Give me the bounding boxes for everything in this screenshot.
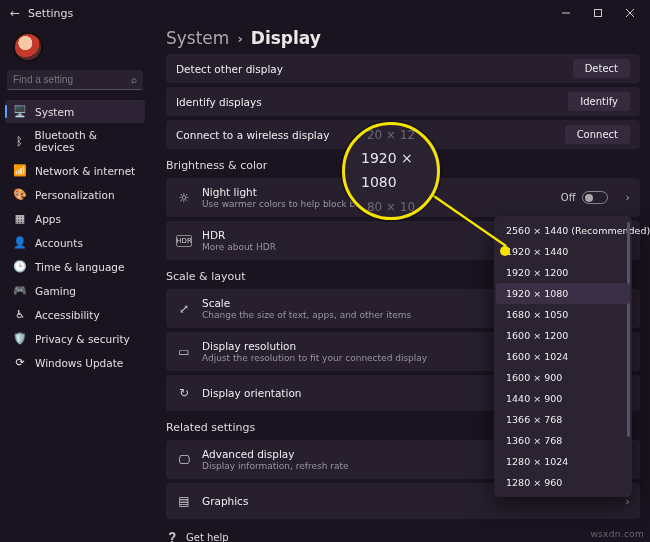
sidebar-item-time-language[interactable]: 🕒Time & language <box>5 255 145 278</box>
sidebar-item-accessibility[interactable]: ♿Accessibility <box>5 303 145 326</box>
nav-label: Time & language <box>35 261 124 273</box>
orientation-icon: ↻ <box>176 386 192 400</box>
resolution-option[interactable]: 1280 × 960 <box>496 472 630 493</box>
nav-label: Accounts <box>35 237 83 249</box>
row-title: Connect to a wireless display <box>176 129 555 141</box>
maximize-button[interactable] <box>582 1 614 25</box>
nav-icon: 👤 <box>13 236 27 249</box>
display-action-row: Connect to a wireless displayConnect <box>166 120 640 149</box>
nav-label: Privacy & security <box>35 333 130 345</box>
detect-button[interactable]: Detect <box>573 59 630 78</box>
get-help-label: Get help <box>186 532 229 542</box>
resolution-option[interactable]: 1600 × 1200 <box>496 325 630 346</box>
help-icon: ❔ <box>166 532 178 542</box>
night-light-row[interactable]: ☼ Night light Use warmer colors to help … <box>166 178 640 217</box>
resolution-option[interactable]: 1600 × 1024 <box>496 346 630 367</box>
identify-button[interactable]: Identify <box>568 92 630 111</box>
sidebar-item-accounts[interactable]: 👤Accounts <box>5 231 145 254</box>
display-action-row: Detect other displayDetect <box>166 54 640 83</box>
search-input[interactable] <box>13 74 113 85</box>
minimize-button[interactable] <box>550 1 582 25</box>
sidebar-item-network-internet[interactable]: 📶Network & internet <box>5 159 145 182</box>
sidebar-item-personalization[interactable]: 🎨Personalization <box>5 183 145 206</box>
nav-icon: 📶 <box>13 164 27 177</box>
nav-label: Bluetooth & devices <box>35 129 137 153</box>
nav-label: Network & internet <box>35 165 135 177</box>
toggle-label: Off <box>561 192 576 203</box>
graphics-icon: ▤ <box>176 494 192 508</box>
watermark: wsxdn.com <box>590 529 644 539</box>
avatar[interactable] <box>13 32 43 62</box>
main-content: System › Display Detect other displayDet… <box>150 26 650 542</box>
sidebar-item-privacy-security[interactable]: 🛡️Privacy & security <box>5 327 145 350</box>
resolution-option[interactable]: 1360 × 768 <box>496 430 630 451</box>
scale-icon: ⤢ <box>176 302 192 316</box>
nav-icon: ▦ <box>13 212 27 225</box>
monitor-icon: 🖵 <box>176 453 192 467</box>
night-light-toggle[interactable]: Off <box>561 191 608 204</box>
window-title: Settings <box>28 7 73 20</box>
row-title: Detect other display <box>176 63 563 75</box>
resolution-option[interactable]: 1920 × 1080 <box>496 283 630 304</box>
hdr-icon: HDR <box>176 235 192 247</box>
night-light-icon: ☼ <box>176 191 192 205</box>
chevron-right-icon: › <box>237 31 242 46</box>
resolution-icon: ▭ <box>176 345 192 359</box>
row-title: Identify displays <box>176 96 558 108</box>
sidebar: ⌕ 🖥️SystemᛒBluetooth & devices📶Network &… <box>0 26 150 542</box>
scrollbar[interactable] <box>627 222 630 491</box>
nav-label: Accessibility <box>35 309 100 321</box>
display-action-row: Identify displaysIdentify <box>166 87 640 116</box>
nav-label: Apps <box>35 213 61 225</box>
close-button[interactable] <box>614 1 646 25</box>
search-icon: ⌕ <box>131 74 137 85</box>
nav-icon: 🎨 <box>13 188 27 201</box>
chevron-right-icon: › <box>626 191 630 204</box>
night-light-title: Night light <box>202 186 551 198</box>
nav-label: Gaming <box>35 285 76 297</box>
breadcrumb: System › Display <box>166 28 640 48</box>
resolution-option[interactable]: 1280 × 1024 <box>496 451 630 472</box>
sidebar-nav: 🖥️SystemᛒBluetooth & devices📶Network & i… <box>5 100 145 374</box>
nav-icon: 🎮 <box>13 284 27 297</box>
nav-label: Windows Update <box>35 357 123 369</box>
resolution-option[interactable]: 2560 × 1440 (Recommended) <box>496 220 630 241</box>
sidebar-item-system[interactable]: 🖥️System <box>5 100 145 123</box>
sidebar-item-gaming[interactable]: 🎮Gaming <box>5 279 145 302</box>
resolution-dropdown[interactable]: 2560 × 1440 (Recommended)1920 × 14401920… <box>494 216 632 497</box>
resolution-option[interactable]: 1366 × 768 <box>496 409 630 430</box>
resolution-option[interactable]: 1600 × 900 <box>496 367 630 388</box>
nav-label: System <box>35 106 74 118</box>
resolution-option[interactable]: 1920 × 1440 <box>496 241 630 262</box>
nav-icon: ♿ <box>13 308 27 321</box>
search-box[interactable]: ⌕ <box>7 70 143 90</box>
nav-icon: 🕒 <box>13 260 27 273</box>
sidebar-item-windows-update[interactable]: ⟳Windows Update <box>5 351 145 374</box>
nav-icon: ⟳ <box>13 356 27 369</box>
breadcrumb-parent[interactable]: System <box>166 28 229 48</box>
resolution-option[interactable]: 1920 × 1200 <box>496 262 630 283</box>
svg-rect-1 <box>595 10 602 17</box>
connect-button[interactable]: Connect <box>565 125 630 144</box>
section-brightness-title: Brightness & color <box>166 159 640 172</box>
nav-label: Personalization <box>35 189 115 201</box>
nav-icon: 🖥️ <box>13 105 27 118</box>
nav-icon: ᛒ <box>13 135 27 148</box>
night-light-sub: Use warmer colors to help block blue lig… <box>202 199 551 209</box>
sidebar-item-apps[interactable]: ▦Apps <box>5 207 145 230</box>
breadcrumb-current: Display <box>251 28 321 48</box>
resolution-option[interactable]: 1680 × 1050 <box>496 304 630 325</box>
get-help-link[interactable]: ❔ Get help <box>166 529 640 542</box>
sidebar-item-bluetooth-devices[interactable]: ᛒBluetooth & devices <box>5 124 145 158</box>
resolution-option[interactable]: 1440 × 900 <box>496 388 630 409</box>
back-icon[interactable]: ← <box>10 6 20 20</box>
nav-icon: 🛡️ <box>13 332 27 345</box>
